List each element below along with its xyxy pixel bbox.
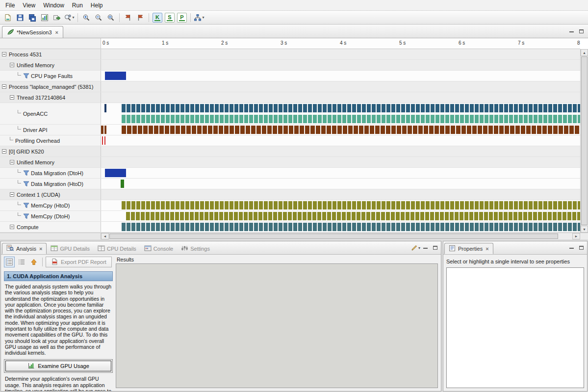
menu-file[interactable]: File [1,0,19,10]
source-toggle[interactable]: S [165,13,175,23]
pc-sampling-toggle[interactable]: P [177,13,187,23]
timeline-track-context-1-cuda[interactable] [101,189,580,200]
timeline-track-profiling-overhead[interactable] [101,135,580,146]
horizontal-scrollbar[interactable]: ◄ ► [0,233,588,239]
timeline-track-process-laplace-managed[interactable] [101,81,580,92]
tab-properties[interactable]: Properties × [444,243,493,254]
timeline-interval-bar[interactable] [122,201,580,209]
collapse-icon[interactable] [10,95,14,100]
timeline-interval-bar[interactable] [104,136,105,145]
timeline-track-compute[interactable] [101,222,580,232]
collapse-icon[interactable] [10,192,14,197]
collapse-icon[interactable] [2,84,6,89]
timeline-label-unified-memory-cpu[interactable]: Unified Memory [0,60,101,70]
filter-icon[interactable] [23,203,29,209]
horizontal-scroll-track[interactable] [109,233,572,239]
export-button[interactable] [51,12,63,24]
timeline-track-memcpy-htod[interactable] [101,200,580,210]
save-all-button[interactable] [26,12,38,24]
filter-icon[interactable] [23,170,29,176]
export-pdf-report-button[interactable]: Export PDF Report [46,257,112,267]
timeline-label-process-4531[interactable]: Process 4531 [0,49,101,59]
timeline-track-data-migration-htod[interactable] [101,179,580,189]
collapse-icon[interactable] [2,52,6,56]
tab-analysis[interactable]: Analysis× [2,243,47,254]
timeline-label-data-migration-htod[interactable]: Data Migration (HtoD) [0,179,101,189]
session-tab[interactable]: *NewSession3 × [2,26,63,38]
timeline-track-thread-3172140864[interactable] [101,92,580,103]
minimize-icon[interactable] [420,243,430,252]
tab-console[interactable]: Console [140,243,177,254]
tab-gpu-details[interactable]: GPU Details [47,243,94,254]
timeline-interval-bar[interactable] [122,115,580,123]
timeline-label-driver-api[interactable]: Driver API [0,125,101,135]
close-icon[interactable]: × [486,246,488,252]
timeline-interval-bar[interactable] [105,72,126,80]
zoom-in-button[interactable] [80,12,92,24]
timeline-label-process-laplace-managed[interactable]: Process "laplace_managed" (5381) [0,81,101,92]
vertical-scroll-track[interactable] [581,56,588,226]
filter-icon[interactable] [23,213,29,219]
timeline-label-memcpy-dtoh[interactable]: MemCpy (DtoH) [0,211,101,221]
tab-cpu-details[interactable]: CPU Details [94,243,140,254]
timeline-track-grid-k520[interactable] [101,146,580,157]
timeline-interval-bar[interactable] [105,169,126,177]
collapse-icon[interactable] [10,225,14,229]
zoom-fit-button[interactable] [105,12,117,24]
timeline-label-compute[interactable]: Compute [0,222,101,232]
timeline-label-grid-k520[interactable]: [0] GRID K520 [0,146,101,157]
timeline-interval-bar[interactable] [122,126,580,134]
collapse-icon[interactable] [10,160,14,164]
menu-window[interactable]: Window [39,0,68,10]
mark-mode-icon[interactable]: ▾ [410,243,420,252]
timeline-track-memcpy-dtoh[interactable] [101,211,580,221]
timeline-label-context-1-cuda[interactable]: Context 1 (CUDA) [0,189,101,200]
maximize-icon[interactable] [576,27,586,36]
timeline-track-unified-memory-cpu[interactable] [101,60,580,70]
timeline-label-memcpy-htod[interactable]: MemCpy (HtoD) [0,200,101,210]
timeline-label-profiling-overhead[interactable]: Profiling Overhead [0,135,101,146]
kernel-toggle[interactable]: K [153,13,162,23]
next-marker-button[interactable] [134,12,146,24]
scroll-down-icon[interactable]: ▼ [581,226,588,233]
timeline-label-thread-3172140864[interactable]: Thread 3172140864 [0,92,101,103]
timeline-track-unified-memory-gpu[interactable] [101,157,580,167]
timeline-interval-bar[interactable] [104,126,106,134]
scroll-right-icon[interactable]: ► [572,233,580,239]
analysis-tools-button[interactable]: ▾ [193,12,205,24]
timeline-interval-bar[interactable] [102,136,103,145]
zoom-out-button[interactable] [93,12,104,24]
menu-help[interactable]: Help [87,0,107,10]
tab-settings[interactable]: Settings [177,243,214,254]
vertical-scroll-thumb[interactable] [581,56,588,225]
timeline-track-cpu-page-faults[interactable] [101,71,580,81]
collapse-icon[interactable] [2,149,6,154]
timeline-interval-bar[interactable] [104,104,106,112]
timeline-interval-bar[interactable] [122,104,580,112]
back-up-stage-button[interactable] [28,257,39,267]
horizontal-scroll-thumb[interactable] [109,234,558,239]
timeline-interval-bar[interactable] [101,126,103,134]
guided-analysis-mode-button[interactable] [4,257,15,267]
timeline-label-data-migration-dtoh[interactable]: Data Migration (DtoH) [0,168,101,178]
timeline-track-openacc[interactable] [101,103,580,124]
maximize-icon[interactable] [430,243,440,252]
filter-icon[interactable] [23,73,29,79]
save-button[interactable] [14,12,26,24]
vertical-scrollbar[interactable]: ▲ ▼ [580,49,588,233]
timeline-track-data-migration-dtoh[interactable] [101,168,580,178]
filter-icon[interactable] [23,181,29,187]
scroll-up-icon[interactable]: ▲ [581,49,588,56]
maximize-icon[interactable] [576,243,586,252]
examine-gpu-usage-button[interactable]: Examine GPU Usage [5,361,111,371]
search-settings-button[interactable]: ▾ [63,12,75,24]
timeline-label-unified-memory-gpu[interactable]: Unified Memory [0,157,101,167]
prev-marker-button[interactable] [122,12,134,24]
timeline-label-cpu-page-faults[interactable]: CPU Page Faults [0,71,101,81]
timeline-interval-bar[interactable] [126,212,580,220]
unguided-analysis-mode-button[interactable] [16,257,27,267]
menu-run[interactable]: Run [68,0,87,10]
timeline-interval-bar[interactable] [121,180,124,188]
new-session-button[interactable] [2,12,14,24]
minimize-icon[interactable] [566,27,576,36]
